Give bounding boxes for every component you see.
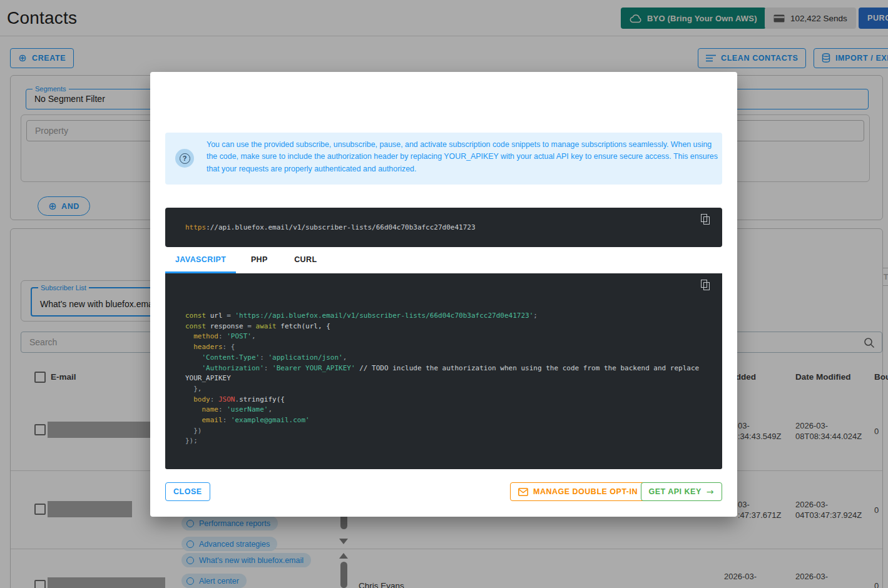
code-line: headers: { (185, 342, 702, 353)
code-tab-javascript[interactable]: JAVASCRIPT (165, 247, 236, 273)
code-language-tab-bar: JAVASCRIPTPHPCURL (165, 247, 722, 273)
close-button[interactable]: CLOSE (165, 482, 210, 501)
code-line: name: 'userName', (185, 405, 702, 415)
copy-code-icon[interactable] (701, 280, 712, 292)
endpoint-url-bar: https://api.bluefox.email/v1/subscriber-… (165, 208, 722, 247)
code-line: }); (185, 436, 702, 447)
help-circle-icon: ? (175, 149, 194, 168)
envelope-icon (518, 488, 528, 496)
code-tab-php[interactable]: PHP (236, 247, 282, 273)
code-line: body: JSON.stringify({ (185, 395, 702, 405)
info-banner: ? You can use the provided subscribe, un… (165, 133, 722, 185)
code-line: method: 'POST', (185, 332, 702, 342)
app-screen: Contacts BYO (Bring Your Own AWS) 102,42… (0, 0, 888, 588)
get-api-key-button[interactable]: GET API KEY → (641, 482, 722, 501)
code-line: const url = 'https://api.bluefox.email/v… (185, 311, 702, 322)
code-content: const url = 'https://api.bluefox.email/v… (185, 311, 702, 447)
code-tab-curl[interactable]: CURL (282, 247, 329, 273)
code-line: 'Content-Type': 'application/json', (185, 353, 702, 363)
code-line: }, (185, 384, 702, 395)
code-line: 'Authorization': 'Bearer YOUR_APIKEY' //… (185, 363, 702, 384)
code-snippet-block: const url = 'https://api.bluefox.email/v… (165, 273, 722, 469)
info-banner-text: You can use the provided subscribe, unsu… (207, 139, 718, 175)
arrow-right-icon: → (707, 487, 714, 497)
code-line: const response = await fetch(url, { (185, 322, 702, 332)
copy-url-icon[interactable] (701, 214, 712, 226)
subscription-code-modal: ‹ SUBSCRIBEUNSUBSCRIBEACTIVATE SUBSCRIPT… (150, 72, 737, 517)
manage-double-opt-in-button[interactable]: MANAGE DOUBLE OPT-IN (510, 482, 646, 501)
code-line: email: 'example@gmail.com' (185, 415, 702, 426)
code-line: }) (185, 426, 702, 437)
endpoint-url: https://api.bluefox.email/v1/subscriber-… (185, 223, 476, 231)
